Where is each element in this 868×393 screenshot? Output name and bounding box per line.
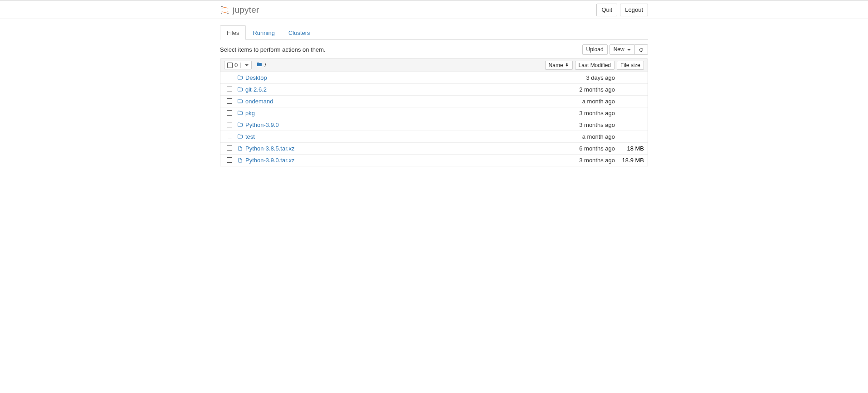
- file-icon: [236, 146, 244, 151]
- item-name-link[interactable]: test: [245, 133, 255, 140]
- refresh-button[interactable]: [635, 44, 648, 55]
- file-row: testa month ago: [220, 131, 648, 143]
- select-all-checkbox-part[interactable]: 0: [224, 61, 240, 69]
- breadcrumb-separator: /: [264, 62, 266, 68]
- file-row: ondemanda month ago: [220, 96, 648, 107]
- file-row: Python-3.9.03 months ago: [220, 119, 648, 131]
- select-all-dropdown[interactable]: [240, 63, 251, 68]
- jupyter-logo-icon: [220, 5, 230, 15]
- row-checkbox-wrap: [224, 110, 235, 116]
- folder-icon: [236, 110, 244, 116]
- col-modified-label: Last Modified: [579, 62, 611, 68]
- logo-text: jupyter: [233, 5, 259, 15]
- header-buttons: Quit Logout: [596, 4, 648, 16]
- row-checkbox[interactable]: [227, 75, 232, 80]
- item-modified: 2 months ago: [561, 86, 615, 93]
- header-divider: [0, 19, 868, 19]
- list-header: 0 / Name Last Modified File: [220, 58, 648, 72]
- col-name-label: Name: [549, 62, 563, 68]
- item-name-link[interactable]: Desktop: [245, 74, 267, 81]
- file-row: git-2.6.22 months ago: [220, 84, 648, 96]
- row-checkbox-wrap: [224, 98, 235, 104]
- column-headers: Name Last Modified File size: [545, 61, 644, 70]
- item-modified: 3 months ago: [561, 157, 615, 164]
- row-checkbox[interactable]: [227, 87, 232, 92]
- row-checkbox[interactable]: [227, 98, 232, 104]
- header: jupyter Quit Logout: [220, 1, 648, 19]
- logo[interactable]: jupyter: [220, 5, 259, 15]
- row-checkbox-wrap: [224, 75, 235, 80]
- action-row: Select items to perform actions on them.…: [220, 40, 648, 58]
- row-checkbox-wrap: [224, 146, 235, 151]
- row-checkbox-wrap: [224, 122, 235, 127]
- folder-icon: [236, 134, 244, 139]
- item-modified: 3 months ago: [561, 121, 615, 128]
- sort-size-button[interactable]: File size: [617, 61, 644, 70]
- chevron-down-icon: [627, 49, 631, 51]
- sort-modified-button[interactable]: Last Modified: [575, 61, 614, 70]
- file-list: Desktop3 days agogit-2.6.22 months agoon…: [220, 72, 648, 166]
- row-checkbox[interactable]: [227, 157, 232, 163]
- select-all-group: 0: [224, 61, 252, 69]
- action-buttons: Upload New: [582, 44, 648, 55]
- item-name-link[interactable]: ondemand: [245, 98, 273, 105]
- folder-icon: [236, 87, 244, 92]
- refresh-icon: [639, 46, 644, 53]
- file-row: pkg3 months ago: [220, 107, 648, 119]
- file-row: Python-3.8.5.tar.xz6 months ago18 MB: [220, 143, 648, 155]
- folder-icon: [236, 75, 244, 80]
- action-prompt: Select items to perform actions on them.: [220, 46, 326, 53]
- item-name-link[interactable]: pkg: [245, 110, 255, 116]
- tabs: Files Running Clusters: [220, 25, 648, 40]
- row-checkbox[interactable]: [227, 122, 232, 127]
- item-modified: 3 months ago: [561, 110, 615, 116]
- row-checkbox-wrap: [224, 87, 235, 92]
- file-row: Python-3.9.0.tar.xz3 months ago18.9 MB: [220, 155, 648, 166]
- row-checkbox[interactable]: [227, 134, 232, 139]
- item-name-link[interactable]: Python-3.8.5.tar.xz: [245, 145, 294, 152]
- file-icon: [236, 157, 244, 163]
- item-name-link[interactable]: Python-3.9.0: [245, 121, 279, 128]
- row-checkbox-wrap: [224, 157, 235, 163]
- upload-button[interactable]: Upload: [582, 44, 608, 55]
- item-name-link[interactable]: Python-3.9.0.tar.xz: [245, 157, 294, 164]
- selected-count: 0: [234, 62, 238, 68]
- row-checkbox-wrap: [224, 134, 235, 139]
- svg-point-0: [221, 6, 223, 7]
- item-size: 18 MB: [617, 145, 644, 152]
- svg-point-2: [221, 13, 222, 14]
- col-size-label: File size: [620, 62, 640, 68]
- tab-running[interactable]: Running: [246, 25, 281, 40]
- item-name-link[interactable]: git-2.6.2: [245, 86, 267, 93]
- item-size: 18.9 MB: [617, 157, 644, 164]
- svg-point-1: [227, 13, 229, 14]
- row-checkbox[interactable]: [227, 110, 232, 116]
- item-modified: 3 days ago: [561, 74, 615, 81]
- arrow-down-icon: [565, 62, 569, 68]
- logout-button[interactable]: Logout: [620, 4, 648, 16]
- main-container: Files Running Clusters Select items to p…: [220, 25, 648, 166]
- tab-clusters[interactable]: Clusters: [282, 25, 317, 40]
- item-modified: a month ago: [561, 133, 615, 140]
- chevron-down-icon: [245, 64, 249, 66]
- item-modified: a month ago: [561, 98, 615, 105]
- folder-icon[interactable]: [256, 62, 263, 68]
- row-checkbox[interactable]: [227, 146, 232, 151]
- item-modified: 6 months ago: [561, 145, 615, 152]
- quit-button[interactable]: Quit: [596, 4, 617, 16]
- folder-icon: [236, 98, 244, 104]
- new-button-label: New: [614, 46, 624, 53]
- file-row: Desktop3 days ago: [220, 72, 648, 84]
- select-all-checkbox[interactable]: [227, 63, 233, 68]
- sort-name-button[interactable]: Name: [545, 61, 573, 70]
- tab-files[interactable]: Files: [220, 25, 246, 40]
- new-button-group: New: [610, 44, 648, 55]
- new-button[interactable]: New: [610, 44, 635, 55]
- folder-icon: [236, 122, 244, 127]
- breadcrumb: /: [256, 62, 266, 68]
